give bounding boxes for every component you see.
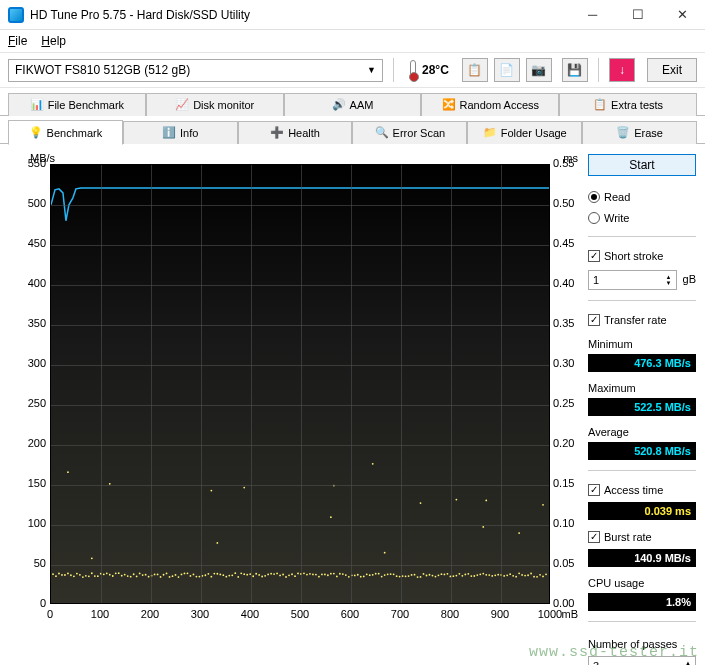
svg-point-170 [518,572,520,574]
divider [588,236,696,237]
svg-point-155 [479,573,481,575]
menu-file[interactable]: File [8,34,27,48]
svg-point-88 [297,572,299,574]
radio-read[interactable]: Read [588,188,696,205]
svg-point-43 [172,575,174,577]
close-button[interactable]: ✕ [660,0,705,30]
screenshot-button[interactable]: 📷 [526,58,552,82]
svg-point-106 [345,574,347,576]
x-tick: 800 [435,608,465,620]
tab-random-access[interactable]: 🔀Random Access [421,93,559,116]
options-button[interactable]: ↓ [609,58,635,82]
cpu-label: CPU usage [588,577,696,589]
check-burst-rate[interactable]: ✓Burst rate [588,528,696,545]
svg-point-29 [130,576,132,578]
minimize-button[interactable]: ─ [570,0,615,30]
menu-help[interactable]: Help [41,34,66,48]
chart-area: MB/s ms mB 55050045040035030025020015010… [8,154,578,634]
svg-point-118 [378,573,380,575]
svg-point-8 [73,575,75,577]
x-tick: 1000 [535,608,565,620]
svg-point-13 [88,575,90,577]
svg-point-77 [264,575,266,577]
temperature-value: 28°C [422,63,449,77]
check-icon: ✓ [588,314,600,326]
drive-select[interactable]: FIKWOT FS810 512GB (512 gB) ▼ [8,59,383,82]
svg-point-61 [219,574,221,576]
x-tick: 100 [85,608,115,620]
info-icon: ℹ️ [162,126,176,140]
tab-disk-monitor[interactable]: 📈Disk monitor [146,93,284,116]
svg-point-180 [542,504,544,506]
svg-point-167 [509,573,511,575]
y-left-tick: 50 [16,557,46,569]
svg-point-27 [124,574,126,576]
y-left-tick: 100 [16,517,46,529]
tab-aam[interactable]: 🔊AAM [284,93,422,116]
svg-point-162 [494,574,496,576]
svg-point-5 [67,573,69,575]
save-button[interactable]: 💾 [562,58,588,82]
y-left-tick: 300 [16,357,46,369]
tab-file-benchmark[interactable]: 📊File Benchmark [8,93,146,116]
short-stroke-input[interactable]: 1▲▼ [588,270,677,290]
x-tick: 200 [135,608,165,620]
svg-point-150 [464,574,466,576]
svg-point-94 [315,574,317,576]
check-access-time[interactable]: ✓Access time [588,481,696,498]
copy-screenshot-button[interactable]: 📄 [494,58,520,82]
monitor-icon: 📈 [175,98,189,112]
tab-error-scan[interactable]: 🔍Error Scan [352,121,467,144]
svg-point-174 [527,574,529,576]
file-icon: 📊 [30,98,44,112]
svg-point-15 [91,557,93,559]
tab-benchmark[interactable]: 💡Benchmark [8,120,123,145]
svg-point-3 [61,574,63,576]
radio-write[interactable]: Write [588,209,696,226]
svg-point-93 [312,574,314,576]
svg-point-69 [243,573,245,575]
extra-icon: 📋 [593,98,607,112]
burst-value: 140.9 MB/s [588,549,696,567]
svg-point-154 [476,574,478,576]
x-tick: 700 [385,608,415,620]
svg-point-136 [426,575,428,577]
tab-health[interactable]: ➕Health [238,121,353,144]
svg-point-121 [384,552,386,554]
svg-point-49 [190,575,192,577]
svg-point-16 [94,575,96,577]
titlebar: HD Tune Pro 5.75 - Hard Disk/SSD Utility… [0,0,705,30]
svg-point-60 [216,542,218,544]
svg-point-103 [336,576,338,578]
y-right-tick: 0.25 [553,397,583,409]
bulb-icon: 💡 [29,126,43,140]
transfer-rate-line [51,165,549,603]
y-right-tick: 0.45 [553,237,583,249]
svg-point-47 [184,573,186,575]
y-right-tick: 0.30 [553,357,583,369]
tab-folder-usage[interactable]: 📁Folder Usage [467,121,582,144]
trash-icon: 🗑️ [616,126,630,140]
folder-icon: 📁 [483,126,497,140]
check-icon: ✓ [588,484,600,496]
y-right-tick: 0.10 [553,517,583,529]
svg-point-1 [55,575,57,577]
copy-info-button[interactable]: 📋 [462,58,488,82]
exit-button[interactable]: Exit [647,58,697,82]
svg-point-92 [309,573,311,575]
check-short-stroke[interactable]: ✓Short stroke [588,247,696,264]
tab-extra-tests[interactable]: 📋Extra tests [559,93,697,116]
svg-point-21 [109,574,111,576]
svg-point-84 [285,576,287,578]
tab-erase[interactable]: 🗑️Erase [582,121,697,144]
tab-info[interactable]: ℹ️Info [123,121,238,144]
start-button[interactable]: Start [588,154,696,176]
divider [588,470,696,471]
svg-point-137 [429,574,431,576]
svg-point-40 [163,574,165,576]
check-transfer-rate[interactable]: ✓Transfer rate [588,311,696,328]
spinner[interactable]: ▲▼ [666,274,672,286]
maximize-button[interactable]: ☐ [615,0,660,30]
svg-point-115 [372,574,374,576]
svg-point-153 [473,575,475,577]
